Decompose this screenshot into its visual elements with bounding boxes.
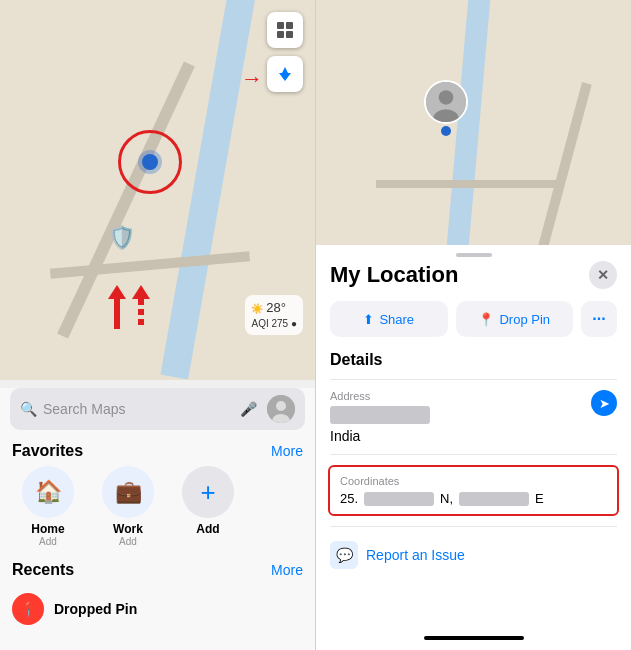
panel-title: My Location [330,262,458,288]
bottom-sheet-left: 🔍 Search Maps 🎤 Favorites More 🏠 Home [0,388,315,650]
coordinates-row: Coordinates 25. N, E [330,454,617,526]
recents-header: Recents More [0,557,315,585]
map-road-right-horiz [376,180,556,188]
coordinates-label: Coordinates [340,475,607,487]
recents-more-button[interactable]: More [271,562,303,578]
action-row: ⬆ Share 📍 Drop Pin ··· [330,301,617,337]
fav-item-home[interactable]: 🏠 Home Add [8,466,88,547]
add-icon: + [200,477,215,508]
lon-direction: E [535,491,544,506]
report-label: Report an Issue [366,547,465,563]
fav-item-work[interactable]: 💼 Work Add [88,466,168,547]
svg-rect-2 [277,31,284,38]
search-input[interactable]: Search Maps [43,401,234,417]
shield-icon: 🛡️ [108,225,135,251]
recent-item-label: Dropped Pin [54,601,137,617]
lon-value-blurred [459,492,529,506]
fav-add-label: Add [196,522,219,536]
fav-work-sublabel: Add [119,536,137,547]
fav-item-add[interactable]: + Add [168,466,248,547]
drop-pin-label: Drop Pin [499,312,550,327]
svg-rect-0 [277,22,284,29]
report-icon: 💬 [330,541,358,569]
avatar[interactable] [267,395,295,423]
lat-value-blurred [364,492,434,506]
lat-prefix: 25. [340,491,358,506]
up-arrow-2 [132,285,150,335]
coordinates-box: Coordinates 25. N, E [328,465,619,516]
location-panel: My Location ✕ ⬆ Share 📍 Drop Pin ··· Det… [316,261,631,630]
recents-list: 📍 Dropped Pin [0,585,315,633]
list-item[interactable]: 📍 Dropped Pin [12,585,303,633]
more-button[interactable]: ··· [581,301,617,337]
map-view-left[interactable]: → 🛡️ ☀️ 28° AQI 275 ● [0,0,315,380]
favorites-header: Favorites More [0,438,315,466]
drop-pin-button[interactable]: 📍 Drop Pin [456,301,574,337]
coordinates-values: 25. N, E [340,491,607,506]
favorites-title: Favorites [12,442,83,460]
home-icon: 🏠 [35,479,62,505]
map-type-button[interactable] [267,12,303,48]
favorites-row: 🏠 Home Add 💼 Work Add + Add [0,466,315,557]
map-road-horizontal [50,251,250,278]
add-icon-circle: + [182,466,234,518]
lat-direction: N, [440,491,453,506]
fav-home-label: Home [31,522,64,536]
svg-rect-1 [286,22,293,29]
work-icon-circle: 💼 [102,466,154,518]
work-icon: 💼 [115,479,142,505]
panel-header: My Location ✕ [330,261,617,289]
drop-pin-icon: 📍 [478,312,494,327]
more-dots-icon: ··· [592,310,605,328]
current-location-indicator [118,130,182,194]
share-label: Share [379,312,414,327]
address-label: Address [330,390,430,402]
map-road-right-diag [530,82,591,245]
navigate-icon[interactable]: ➤ [591,390,617,416]
user-avatar [424,80,468,124]
user-dot [441,126,451,136]
fav-home-sublabel: Add [39,536,57,547]
favorites-more-button[interactable]: More [271,443,303,459]
svg-rect-3 [286,31,293,38]
fav-work-label: Work [113,522,143,536]
search-bar[interactable]: 🔍 Search Maps 🎤 [10,388,305,430]
up-arrow-1 [108,285,126,335]
location-button[interactable] [267,56,303,92]
share-button[interactable]: ⬆ Share [330,301,448,337]
pin-icon: 📍 [12,593,44,625]
location-circle [118,130,182,194]
address-row: Address India ➤ [330,379,617,454]
details-title: Details [330,351,617,369]
mic-icon[interactable]: 🎤 [240,401,257,417]
home-icon-circle: 🏠 [22,466,74,518]
map-view-right[interactable] [316,0,631,245]
location-dot [142,154,158,170]
left-panel: → 🛡️ ☀️ 28° AQI 275 ● 🔍 Search Maps 🎤 [0,0,315,650]
weather-badge: ☀️ 28° AQI 275 ● [245,295,303,335]
home-indicator-bar [424,636,524,640]
search-icon: 🔍 [20,401,37,417]
bottom-indicator [316,630,631,650]
recents-title: Recents [12,561,74,579]
svg-point-5 [276,401,286,411]
user-location-pin [424,80,468,136]
address-country: India [330,428,430,444]
address-content: Address India ➤ [330,390,617,444]
pointer-arrow: → [241,66,263,92]
svg-point-8 [439,90,454,105]
share-icon: ⬆ [363,312,374,327]
address-value-blurred [330,406,430,424]
right-panel: My Location ✕ ⬆ Share 📍 Drop Pin ··· Det… [316,0,631,650]
drag-handle [456,253,492,257]
report-issue-row[interactable]: 💬 Report an Issue [330,526,617,575]
address-info: Address India [330,390,430,444]
close-button[interactable]: ✕ [589,261,617,289]
direction-arrows [108,285,150,335]
